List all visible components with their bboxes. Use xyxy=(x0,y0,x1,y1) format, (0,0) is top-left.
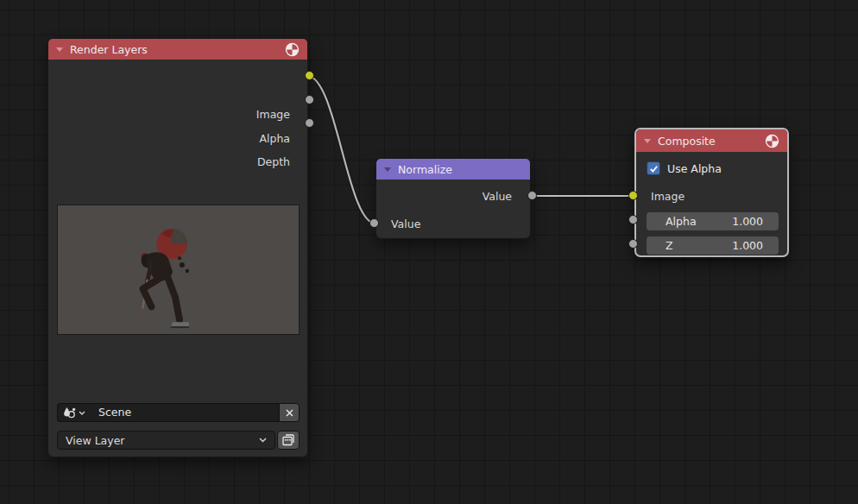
render-layers-icon xyxy=(281,433,295,447)
z-field-value: 1.000 xyxy=(732,236,763,255)
socket-output-value[interactable] xyxy=(527,191,537,200)
socket-output-image[interactable] xyxy=(305,71,314,80)
collapse-triangle-icon[interactable] xyxy=(384,167,391,172)
checkmark-icon xyxy=(649,164,659,173)
node-editor-canvas[interactable]: Render Layers Image Alpha Depth xyxy=(0,0,858,504)
alpha-field-label: Alpha xyxy=(666,212,697,230)
scene-selector-row: Scene xyxy=(57,403,300,422)
composite-header[interactable]: Composite xyxy=(636,129,787,152)
socket-output-depth[interactable] xyxy=(305,118,314,128)
node-title: Normalize xyxy=(398,163,522,176)
render-layer-button[interactable] xyxy=(277,431,300,450)
normalize-header[interactable]: Normalize xyxy=(376,159,530,180)
render-result-sphere-icon xyxy=(765,134,779,148)
view-layer-row: View Layer xyxy=(57,431,300,450)
input-label-value: Value xyxy=(391,215,420,234)
render-result-sphere-icon xyxy=(285,42,300,57)
scene-icon xyxy=(63,406,77,419)
use-alpha-row: Use Alpha xyxy=(647,161,722,175)
render-preview-image xyxy=(57,205,300,335)
preview-character-figure xyxy=(58,205,299,334)
alpha-field-value: 1.000 xyxy=(732,212,763,230)
input-label-image: Image xyxy=(651,187,685,206)
collapse-triangle-icon[interactable] xyxy=(56,47,63,52)
output-label-depth: Depth xyxy=(257,153,290,172)
node-title: Composite xyxy=(658,135,758,148)
alpha-value-field[interactable]: Alpha 1.000 xyxy=(647,212,779,230)
chevron-down-icon xyxy=(259,438,267,443)
output-label-alpha: Alpha xyxy=(259,129,290,148)
socket-input-value[interactable] xyxy=(369,218,379,228)
node-render-layers[interactable]: Render Layers Image Alpha Depth xyxy=(47,38,308,457)
wire-image-to-normalize xyxy=(307,76,375,224)
output-label-value: Value xyxy=(483,187,512,206)
close-icon xyxy=(285,408,294,418)
chevron-down-icon xyxy=(79,411,85,415)
node-normalize[interactable]: Normalize Value Value xyxy=(375,158,531,239)
output-label-image: Image xyxy=(256,105,290,124)
socket-input-image[interactable] xyxy=(628,191,638,200)
collapse-triangle-icon[interactable] xyxy=(644,139,651,143)
node-title: Render Layers xyxy=(70,43,278,56)
use-alpha-checkbox[interactable] xyxy=(647,161,660,175)
use-alpha-label: Use Alpha xyxy=(667,162,722,175)
z-field-label: Z xyxy=(666,236,673,255)
render-layers-header[interactable]: Render Layers xyxy=(48,39,307,60)
node-composite[interactable]: Composite Use Alpha Image Alpha 1.000 xyxy=(634,128,789,257)
scene-datablock-button[interactable] xyxy=(57,403,90,422)
scene-name-input[interactable]: Scene xyxy=(90,403,279,422)
wire-image-to-normalize-halo xyxy=(307,76,375,224)
scene-clear-button[interactable] xyxy=(279,403,300,422)
view-layer-dropdown[interactable]: View Layer xyxy=(57,431,275,450)
view-layer-value: View Layer xyxy=(66,434,254,447)
socket-input-z[interactable] xyxy=(628,239,638,249)
z-value-field[interactable]: Z 1.000 xyxy=(647,236,779,255)
socket-output-alpha[interactable] xyxy=(305,95,314,104)
socket-input-alpha[interactable] xyxy=(628,215,638,224)
